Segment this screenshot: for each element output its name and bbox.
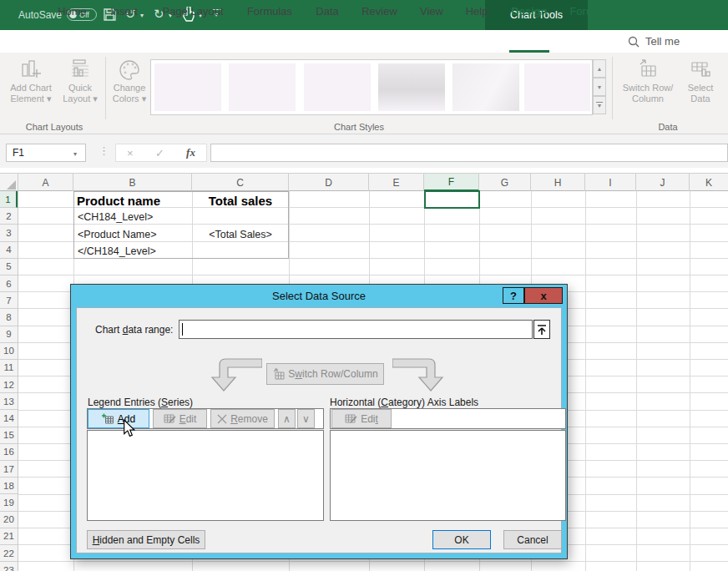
- dialog-close-button[interactable]: x: [524, 287, 563, 304]
- gallery-more-button[interactable]: ▼: [593, 96, 606, 114]
- formula-bar-grip-icon[interactable]: ⋮: [99, 144, 109, 157]
- cell-B2[interactable]: <CH184_Level>: [78, 211, 153, 223]
- column-header[interactable]: I: [585, 174, 636, 191]
- row-header[interactable]: 7: [0, 292, 18, 309]
- move-series-down-button[interactable]: ∨: [297, 409, 315, 428]
- tab-help[interactable]: Help: [461, 0, 493, 23]
- column-header[interactable]: J: [636, 174, 690, 191]
- row-header[interactable]: 15: [0, 427, 18, 444]
- row-header[interactable]: 23: [0, 562, 18, 571]
- row-header[interactable]: 17: [0, 461, 18, 478]
- gallery-scroll-up-button[interactable]: ▲: [593, 59, 606, 78]
- column-header-selected[interactable]: F: [424, 174, 479, 191]
- add-chart-element-icon: [18, 58, 43, 83]
- group-label-chart-layouts: Chart Layouts: [17, 122, 92, 132]
- chevron-up-icon: ∧: [283, 413, 291, 425]
- gallery-scroll-down-button[interactable]: ▼: [593, 78, 606, 96]
- edit-series-button[interactable]: Edit: [153, 409, 207, 428]
- collapse-dialog-button[interactable]: [533, 320, 550, 339]
- ok-button[interactable]: OK: [432, 530, 491, 549]
- axis-labels-list[interactable]: [330, 430, 566, 521]
- row-header[interactable]: 20: [0, 512, 18, 528]
- row-header[interactable]: 13: [0, 393, 18, 410]
- tab-review[interactable]: Review: [356, 0, 402, 23]
- row-header[interactable]: 21: [0, 528, 18, 545]
- insert-function-icon[interactable]: fx: [186, 146, 195, 159]
- remove-series-button[interactable]: Remove: [210, 409, 275, 428]
- column-header[interactable]: E: [369, 174, 424, 191]
- group-separator: [612, 57, 613, 119]
- formula-input[interactable]: [210, 144, 728, 162]
- row-header[interactable]: 5: [0, 259, 18, 275]
- name-box-caret-icon[interactable]: ▾: [73, 150, 77, 158]
- cell-B1[interactable]: Product name: [77, 194, 160, 208]
- row-header[interactable]: 14: [0, 410, 18, 427]
- change-colors-button[interactable]: Change Colors ▾: [109, 58, 150, 104]
- tab-home[interactable]: Home: [53, 0, 92, 23]
- select-data-ribbon-button[interactable]: Select Data: [681, 58, 720, 104]
- row-header[interactable]: 2: [0, 208, 18, 225]
- quick-layout-button[interactable]: Quick Layout ▾: [58, 58, 102, 104]
- switch-row-column-ribbon-button[interactable]: Switch Row/ Column: [618, 58, 678, 104]
- row-header[interactable]: 12: [0, 376, 18, 393]
- select-data-source-dialog: Select Data Source ? x Chart data range:: [71, 285, 567, 558]
- name-box-value: F1: [13, 147, 24, 159]
- move-series-up-button[interactable]: ∧: [278, 409, 296, 428]
- chart-style-thumbnail[interactable]: [452, 63, 519, 111]
- row-header[interactable]: 16: [0, 444, 18, 461]
- chart-style-thumbnail[interactable]: [229, 63, 296, 111]
- column-header[interactable]: G: [479, 174, 531, 191]
- row-header[interactable]: 11: [0, 360, 18, 376]
- chart-style-thumbnail[interactable]: [524, 63, 590, 111]
- column-header[interactable]: A: [18, 174, 73, 191]
- chart-style-thumbnail[interactable]: [154, 63, 221, 111]
- row-header[interactable]: 4: [0, 242, 18, 259]
- chart-style-thumbnail[interactable]: [378, 63, 445, 111]
- cancel-button[interactable]: Cancel: [503, 530, 562, 549]
- chart-data-range-input[interactable]: [179, 320, 533, 339]
- add-series-button[interactable]: Add: [88, 409, 149, 428]
- add-chart-element-button[interactable]: Add Chart Element ▾: [7, 58, 55, 104]
- row-header[interactable]: 22: [0, 545, 18, 562]
- curved-arrow-right-icon: [392, 356, 444, 392]
- tab-formulas[interactable]: Formulas: [241, 0, 298, 23]
- chart-style-thumbnail[interactable]: [304, 63, 371, 111]
- tab-view[interactable]: View: [415, 0, 448, 23]
- tab-page-layout[interactable]: Page Layout: [157, 0, 229, 23]
- chart-data-range-label: Chart data range:: [95, 324, 173, 336]
- column-header[interactable]: B: [73, 174, 192, 191]
- cell-C3[interactable]: <Total Sales>: [192, 229, 289, 240]
- series-list[interactable]: [87, 430, 324, 521]
- chart-styles-gallery[interactable]: [150, 59, 593, 115]
- tab-insert[interactable]: Insert: [104, 0, 144, 23]
- row-header[interactable]: 8: [0, 309, 18, 326]
- tab-format[interactable]: Format: [564, 0, 609, 23]
- column-header[interactable]: D: [289, 174, 369, 191]
- tab-design[interactable]: Design: [509, 0, 549, 23]
- row-header[interactable]: 3: [0, 225, 18, 241]
- tab-data[interactable]: Data: [311, 0, 344, 23]
- column-header[interactable]: C: [192, 174, 289, 191]
- tell-me-box[interactable]: Tell me: [628, 30, 680, 53]
- select-all-corner[interactable]: [0, 174, 18, 191]
- row-header[interactable]: 10: [0, 343, 18, 360]
- cell-C1[interactable]: Total sales: [192, 194, 289, 208]
- remove-icon: [217, 414, 227, 424]
- hidden-and-empty-cells-button[interactable]: Hidden and Empty Cells: [87, 530, 205, 549]
- row-header[interactable]: 6: [0, 275, 18, 292]
- cell-B4[interactable]: </CH184_Level>: [78, 245, 156, 257]
- legend-entries-label: Legend Entries (Series): [88, 397, 193, 408]
- column-header[interactable]: H: [531, 174, 585, 191]
- dialog-title[interactable]: Select Data Source: [71, 285, 567, 307]
- row-header[interactable]: 19: [0, 494, 18, 511]
- row-header[interactable]: 18: [0, 478, 18, 494]
- column-header[interactable]: K: [690, 174, 728, 191]
- confirm-entry-icon[interactable]: ✓: [155, 147, 164, 159]
- row-header-selected[interactable]: 1: [0, 191, 18, 208]
- switch-row-column-button[interactable]: Switch Row/Column: [266, 363, 384, 385]
- row-header[interactable]: 9: [0, 326, 18, 343]
- cell-B3[interactable]: <Product Name>: [78, 229, 157, 240]
- edit-axis-labels-button[interactable]: Edit: [331, 409, 392, 428]
- cancel-entry-icon[interactable]: ×: [127, 147, 134, 159]
- dialog-help-button[interactable]: ?: [503, 287, 524, 304]
